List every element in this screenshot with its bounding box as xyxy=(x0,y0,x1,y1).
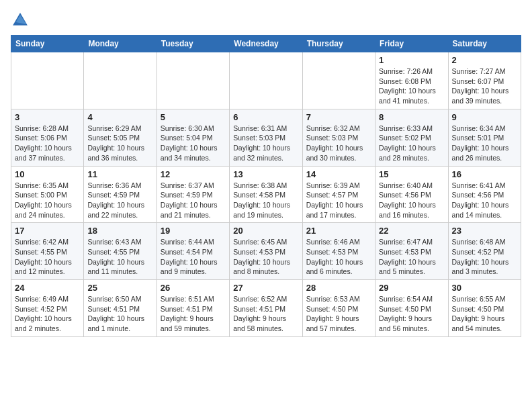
calendar-cell: 12Sunrise: 6:37 AM Sunset: 4:59 PM Dayli… xyxy=(157,166,229,223)
day-number: 3 xyxy=(15,112,80,122)
calendar-cell: 18Sunrise: 6:43 AM Sunset: 4:55 PM Dayli… xyxy=(84,223,157,280)
calendar-cell: 23Sunrise: 6:48 AM Sunset: 4:52 PM Dayli… xyxy=(448,223,521,280)
day-info: Sunrise: 6:49 AM Sunset: 4:52 PM Dayligh… xyxy=(15,294,80,334)
weekday-header: Tuesday xyxy=(157,36,229,52)
calendar-cell: 29Sunrise: 6:54 AM Sunset: 4:50 PM Dayli… xyxy=(375,280,448,337)
day-number: 27 xyxy=(233,283,298,293)
calendar-cell: 26Sunrise: 6:51 AM Sunset: 4:51 PM Dayli… xyxy=(157,280,229,337)
calendar-header-row: SundayMondayTuesdayWednesdayThursdayFrid… xyxy=(11,36,521,52)
calendar-cell: 19Sunrise: 6:44 AM Sunset: 4:54 PM Dayli… xyxy=(157,223,229,280)
day-number: 2 xyxy=(452,55,517,65)
day-info: Sunrise: 6:43 AM Sunset: 4:55 PM Dayligh… xyxy=(87,237,152,277)
day-number: 28 xyxy=(306,283,371,293)
day-info: Sunrise: 6:33 AM Sunset: 5:02 PM Dayligh… xyxy=(379,124,444,163)
calendar-cell: 7Sunrise: 6:32 AM Sunset: 5:03 PM Daylig… xyxy=(302,109,375,166)
day-number: 12 xyxy=(161,169,226,179)
day-number: 13 xyxy=(233,169,298,179)
calendar-cell: 25Sunrise: 6:50 AM Sunset: 4:51 PM Dayli… xyxy=(84,280,157,337)
calendar-cell: 22Sunrise: 6:47 AM Sunset: 4:53 PM Dayli… xyxy=(375,223,448,280)
calendar-cell: 24Sunrise: 6:49 AM Sunset: 4:52 PM Dayli… xyxy=(11,280,84,337)
logo-icon xyxy=(11,11,30,30)
day-number: 7 xyxy=(306,112,371,122)
day-info: Sunrise: 6:29 AM Sunset: 5:05 PM Dayligh… xyxy=(87,124,152,163)
calendar-cell: 17Sunrise: 6:42 AM Sunset: 4:55 PM Dayli… xyxy=(11,223,84,280)
calendar-cell: 2Sunrise: 7:27 AM Sunset: 6:07 PM Daylig… xyxy=(448,52,521,109)
day-number: 6 xyxy=(233,112,298,122)
weekday-header: Saturday xyxy=(448,36,521,52)
page-header xyxy=(11,11,521,30)
weekday-header: Sunday xyxy=(11,36,84,52)
day-info: Sunrise: 6:34 AM Sunset: 5:01 PM Dayligh… xyxy=(452,124,517,163)
day-info: Sunrise: 6:38 AM Sunset: 4:58 PM Dayligh… xyxy=(233,181,298,220)
day-number: 16 xyxy=(452,169,517,179)
day-info: Sunrise: 6:53 AM Sunset: 4:50 PM Dayligh… xyxy=(306,294,371,334)
calendar-cell: 1Sunrise: 7:26 AM Sunset: 6:08 PM Daylig… xyxy=(375,52,448,109)
calendar-cell: 20Sunrise: 6:45 AM Sunset: 4:53 PM Dayli… xyxy=(230,223,302,280)
day-number: 23 xyxy=(452,226,517,236)
day-number: 18 xyxy=(87,226,152,236)
weekday-header: Friday xyxy=(375,36,448,52)
calendar-cell: 3Sunrise: 6:28 AM Sunset: 5:06 PM Daylig… xyxy=(11,109,84,166)
calendar-week-row: 3Sunrise: 6:28 AM Sunset: 5:06 PM Daylig… xyxy=(11,109,521,166)
calendar-cell: 10Sunrise: 6:35 AM Sunset: 5:00 PM Dayli… xyxy=(11,166,84,223)
day-info: Sunrise: 6:55 AM Sunset: 4:50 PM Dayligh… xyxy=(452,294,517,334)
day-info: Sunrise: 6:32 AM Sunset: 5:03 PM Dayligh… xyxy=(306,124,371,163)
day-info: Sunrise: 6:37 AM Sunset: 4:59 PM Dayligh… xyxy=(161,181,226,220)
day-number: 4 xyxy=(87,112,152,122)
day-number: 26 xyxy=(161,283,226,293)
day-info: Sunrise: 6:46 AM Sunset: 4:53 PM Dayligh… xyxy=(306,237,371,277)
day-info: Sunrise: 6:48 AM Sunset: 4:52 PM Dayligh… xyxy=(452,237,517,277)
day-info: Sunrise: 6:44 AM Sunset: 4:54 PM Dayligh… xyxy=(161,237,226,277)
calendar-cell: 21Sunrise: 6:46 AM Sunset: 4:53 PM Dayli… xyxy=(302,223,375,280)
day-info: Sunrise: 6:35 AM Sunset: 5:00 PM Dayligh… xyxy=(15,181,80,220)
day-info: Sunrise: 6:45 AM Sunset: 4:53 PM Dayligh… xyxy=(233,237,298,277)
calendar-week-row: 10Sunrise: 6:35 AM Sunset: 5:00 PM Dayli… xyxy=(11,166,521,223)
day-number: 11 xyxy=(87,169,152,179)
day-info: Sunrise: 6:28 AM Sunset: 5:06 PM Dayligh… xyxy=(15,124,80,163)
calendar-week-row: 1Sunrise: 7:26 AM Sunset: 6:08 PM Daylig… xyxy=(11,52,521,109)
day-number: 17 xyxy=(15,226,80,236)
day-number: 14 xyxy=(306,169,371,179)
day-number: 20 xyxy=(233,226,298,236)
day-number: 1 xyxy=(379,55,444,65)
weekday-header: Thursday xyxy=(302,36,375,52)
calendar-cell xyxy=(230,52,302,109)
day-info: Sunrise: 6:30 AM Sunset: 5:04 PM Dayligh… xyxy=(161,124,226,163)
day-info: Sunrise: 6:50 AM Sunset: 4:51 PM Dayligh… xyxy=(87,294,152,334)
day-info: Sunrise: 6:54 AM Sunset: 4:50 PM Dayligh… xyxy=(379,294,444,334)
weekday-header: Monday xyxy=(84,36,157,52)
calendar-cell: 6Sunrise: 6:31 AM Sunset: 5:03 PM Daylig… xyxy=(230,109,302,166)
calendar-week-row: 17Sunrise: 6:42 AM Sunset: 4:55 PM Dayli… xyxy=(11,223,521,280)
day-number: 15 xyxy=(379,169,444,179)
day-number: 25 xyxy=(87,283,152,293)
day-number: 22 xyxy=(379,226,444,236)
calendar-cell: 9Sunrise: 6:34 AM Sunset: 5:01 PM Daylig… xyxy=(448,109,521,166)
day-number: 8 xyxy=(379,112,444,122)
weekday-header: Wednesday xyxy=(230,36,302,52)
calendar-cell: 16Sunrise: 6:41 AM Sunset: 4:56 PM Dayli… xyxy=(448,166,521,223)
day-info: Sunrise: 6:39 AM Sunset: 4:57 PM Dayligh… xyxy=(306,181,371,220)
calendar-cell: 13Sunrise: 6:38 AM Sunset: 4:58 PM Dayli… xyxy=(230,166,302,223)
day-info: Sunrise: 6:31 AM Sunset: 5:03 PM Dayligh… xyxy=(233,124,298,163)
day-info: Sunrise: 6:47 AM Sunset: 4:53 PM Dayligh… xyxy=(379,237,444,277)
calendar-cell xyxy=(157,52,229,109)
calendar-cell: 8Sunrise: 6:33 AM Sunset: 5:02 PM Daylig… xyxy=(375,109,448,166)
calendar-cell: 4Sunrise: 6:29 AM Sunset: 5:05 PM Daylig… xyxy=(84,109,157,166)
calendar-cell: 5Sunrise: 6:30 AM Sunset: 5:04 PM Daylig… xyxy=(157,109,229,166)
day-info: Sunrise: 7:26 AM Sunset: 6:08 PM Dayligh… xyxy=(379,66,444,106)
calendar-cell xyxy=(11,52,84,109)
day-number: 9 xyxy=(452,112,517,122)
calendar-cell: 27Sunrise: 6:52 AM Sunset: 4:51 PM Dayli… xyxy=(230,280,302,337)
day-info: Sunrise: 6:41 AM Sunset: 4:56 PM Dayligh… xyxy=(452,181,517,220)
calendar-cell xyxy=(84,52,157,109)
calendar-week-row: 24Sunrise: 6:49 AM Sunset: 4:52 PM Dayli… xyxy=(11,280,521,337)
calendar-cell xyxy=(302,52,375,109)
day-number: 10 xyxy=(15,169,80,179)
day-info: Sunrise: 6:42 AM Sunset: 4:55 PM Dayligh… xyxy=(15,237,80,277)
day-info: Sunrise: 6:52 AM Sunset: 4:51 PM Dayligh… xyxy=(233,294,298,334)
day-number: 21 xyxy=(306,226,371,236)
calendar-cell: 11Sunrise: 6:36 AM Sunset: 4:59 PM Dayli… xyxy=(84,166,157,223)
calendar-cell: 15Sunrise: 6:40 AM Sunset: 4:56 PM Dayli… xyxy=(375,166,448,223)
day-number: 24 xyxy=(15,283,80,293)
day-number: 19 xyxy=(161,226,226,236)
